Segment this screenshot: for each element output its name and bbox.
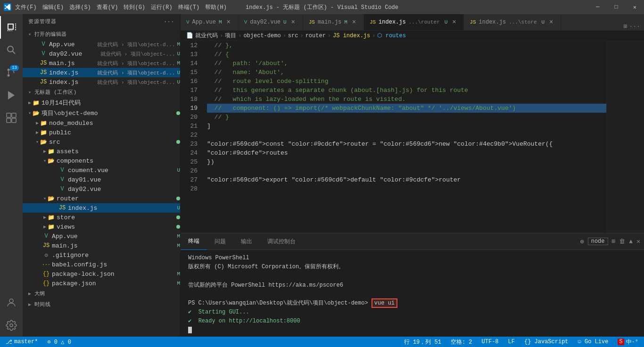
- panel-tab-debug[interactable]: 调试控制台: [260, 233, 303, 250]
- menu-edit[interactable]: 编辑(E): [42, 3, 64, 11]
- tab-mainjs[interactable]: JS main.js M ×: [303, 14, 364, 30]
- code-editor[interactable]: 1213141516171819202122232425262728 // },…: [181, 41, 644, 233]
- activity-search[interactable]: [0, 39, 23, 61]
- timeline-header[interactable]: ▶ 时间线: [23, 299, 180, 310]
- maximize-panel-icon[interactable]: ▲: [629, 238, 633, 245]
- open-editor-mainjs[interactable]: JS main.js 就业代码 › 项目\object-d... M: [23, 58, 180, 68]
- timeline-chevron: ▶: [28, 302, 32, 307]
- code-line-18: // which is lazy-loaded when the route i…: [207, 95, 606, 104]
- tab-close-icon[interactable]: ×: [289, 18, 297, 26]
- tab-indexjs-router[interactable]: JS index.js ...\router U ×: [364, 14, 464, 30]
- outline-header[interactable]: ▶ 大纲: [23, 288, 180, 299]
- activity-debug[interactable]: [0, 84, 23, 107]
- file-day02vue[interactable]: V day02.vue: [23, 184, 180, 194]
- folder-label: 10月14日代码: [41, 99, 180, 107]
- new-terminal-icon[interactable]: ⊕: [580, 238, 584, 246]
- tab-close-icon[interactable]: ×: [450, 18, 458, 26]
- terminal-line: [188, 290, 636, 299]
- folder-label: store: [57, 214, 174, 221]
- indent-size: 空格: 2: [451, 338, 472, 346]
- tab-close-icon[interactable]: ×: [225, 18, 232, 26]
- folder-public[interactable]: ▶ 📁 public: [23, 128, 180, 137]
- open-editor-appvue[interactable]: V App.vue 就业代码 › 项目\object-d... M: [23, 40, 180, 49]
- menu-goto[interactable]: 转到(G): [124, 3, 145, 11]
- maximize-button[interactable]: □: [611, 3, 622, 12]
- open-editors-header[interactable]: ▾ 打开的编辑器: [23, 29, 180, 40]
- code-line-21: ]: [207, 122, 606, 131]
- folder-src[interactable]: ▾ 📂 src: [23, 137, 180, 147]
- activity-scm[interactable]: 13: [0, 61, 23, 84]
- status-cursor-pos[interactable]: 行 19，列 51: [402, 338, 443, 346]
- panel-tab-output[interactable]: 输出: [233, 233, 260, 250]
- split-editor-icon[interactable]: ⊞: [624, 23, 627, 30]
- file-mainjs[interactable]: JS main.js M: [23, 241, 180, 250]
- file-label: App.vue: [49, 41, 93, 48]
- file-package-lock[interactable]: {} package-lock.json M: [23, 269, 180, 279]
- tab-close-icon[interactable]: ×: [547, 18, 555, 26]
- menu-view[interactable]: 查看(V): [97, 3, 118, 11]
- folder-label: 项目\object-demo: [41, 109, 174, 117]
- folder-router[interactable]: ▾ 📂 router: [23, 194, 180, 203]
- activity-extensions[interactable]: [0, 107, 23, 129]
- status-encoding[interactable]: UTF-8: [480, 339, 501, 345]
- minimize-button[interactable]: ─: [592, 3, 603, 12]
- tab-appvue[interactable]: V App.vue M ×: [181, 14, 239, 30]
- sidebar-header: 资源管理器 ···: [23, 14, 180, 29]
- status-errors[interactable]: ⊙ 0 △ 0: [45, 339, 73, 346]
- menu-run[interactable]: 运行(R): [151, 3, 173, 11]
- file-packagejson[interactable]: {} package.json M: [23, 279, 180, 288]
- panel-content[interactable]: Windows PowerShell 版权所有 (C) Microsoft Co…: [181, 250, 644, 337]
- open-editor-day02vue[interactable]: V day02.vue 就业代码 › 项目\object-... U: [23, 49, 180, 58]
- file-appvue[interactable]: V App.vue M: [23, 231, 180, 241]
- delete-terminal-icon[interactable]: 🗑: [619, 238, 625, 245]
- folder-node-modules[interactable]: ▶ 📁 node_modules: [23, 118, 180, 128]
- folder-icon: 📁: [47, 223, 55, 231]
- title-bar-left: 文件(F) 编辑(E) 选择(S) 查看(V) 转到(G) 运行(R) 终端(T…: [4, 3, 227, 11]
- close-button[interactable]: ✕: [629, 3, 640, 12]
- activity-account[interactable]: [0, 291, 23, 314]
- folder-store[interactable]: ▶ 📁 store: [23, 213, 180, 222]
- file-babelconfig[interactable]: ··· babel.config.js: [23, 260, 180, 269]
- activity-explorer[interactable]: [0, 16, 23, 39]
- folder-views[interactable]: ▶ 📁 views: [23, 222, 180, 231]
- svg-rect-9: [12, 118, 16, 123]
- sidebar-title: 资源管理器: [28, 18, 57, 25]
- tab-label: App.vue: [192, 19, 216, 25]
- folder-object-demo[interactable]: ▾ 📂 项目\object-demo: [23, 108, 180, 118]
- split-terminal-icon[interactable]: ⊞: [612, 238, 616, 245]
- status-branch[interactable]: ⎇ master*: [4, 339, 40, 346]
- folder-components[interactable]: ▾ 📂 components: [23, 156, 180, 165]
- panel-tab-problems[interactable]: 问题: [207, 233, 233, 250]
- panel-tab-terminal[interactable]: 终端: [181, 233, 207, 250]
- open-editor-indexjs-router[interactable]: JS index.js 就业代码 › 项目\object-d... U: [23, 68, 180, 77]
- file-day01vue[interactable]: V day01.vue: [23, 175, 180, 184]
- tab-indexjs-store[interactable]: JS index.js ...\store U ×: [464, 14, 561, 30]
- file-gitignore[interactable]: ⚙ .gitignore: [23, 250, 180, 260]
- sidebar-menu-icon[interactable]: ···: [164, 19, 174, 25]
- menu-select[interactable]: 选择(S): [69, 3, 91, 11]
- folder-oct14[interactable]: ▶ 📁 10月14日代码: [23, 98, 180, 108]
- status-eol[interactable]: LF: [506, 339, 517, 345]
- tab-day02vue[interactable]: V day02.vue U ×: [239, 14, 303, 30]
- code-line-17: // this generates a separate chunk (abou…: [207, 86, 606, 95]
- tab-close-icon[interactable]: ×: [350, 18, 358, 26]
- menu-terminal[interactable]: 终端(T): [178, 3, 200, 11]
- code-content[interactable]: // }, // { // path: '/about', // name: '…: [203, 41, 606, 233]
- file-router-indexjs[interactable]: JS index.js U: [23, 203, 180, 213]
- menu-bar[interactable]: 文件(F) 编辑(E) 选择(S) 查看(V) 转到(G) 运行(R) 终端(T…: [15, 3, 227, 11]
- code-line-27: "color:#569cd6">export "color:#569cd6">d…: [207, 175, 606, 184]
- open-editor-indexjs-store[interactable]: JS index.js 就业代码 › 项目\object-d... U: [23, 77, 180, 87]
- sidebar: 资源管理器 ··· ▾ 打开的编辑器 V App.vue 就业代码 › 项目\o…: [23, 14, 181, 337]
- more-actions-icon[interactable]: ···: [629, 23, 640, 30]
- activity-settings[interactable]: [0, 314, 23, 337]
- window-controls[interactable]: ─ □ ✕: [592, 3, 640, 12]
- status-indent[interactable]: 空格: 2: [449, 338, 474, 346]
- menu-file[interactable]: 文件(F): [15, 3, 37, 11]
- workspace-header[interactable]: ▾ 无标题 (工作区): [23, 87, 180, 98]
- menu-help[interactable]: 帮助(H): [205, 3, 227, 11]
- status-golive[interactable]: ☺ Go Live: [576, 339, 611, 345]
- file-coumentvue[interactable]: V coument.vue U: [23, 165, 180, 175]
- close-panel-icon[interactable]: ✕: [636, 238, 640, 245]
- folder-assets[interactable]: ▶ 📁 assets: [23, 147, 180, 156]
- status-language[interactable]: {} JavaScript: [522, 339, 570, 345]
